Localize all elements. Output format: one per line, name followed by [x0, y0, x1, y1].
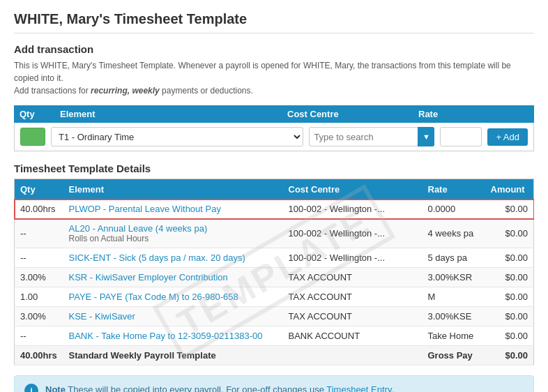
element-link[interactable]: AL20 - Annual Leave (4 weeks pa) — [69, 223, 208, 234]
add-transaction-header-bar: Qty Element Cost Centre Rate — [14, 105, 534, 123]
cell-rate: 3.00%KSE — [423, 307, 485, 326]
cell-cost-centre: 100-002 - Wellington -... — [283, 219, 423, 248]
note-text-content: Note These will be copied into every pay… — [45, 383, 394, 392]
summary-row: 40.00hrsStandard Weekly Payroll Template… — [15, 346, 534, 365]
cell-amount: $0.00 — [485, 199, 534, 219]
note-end: . — [391, 384, 394, 392]
th-amount: Amount — [485, 179, 534, 200]
note-label: Note — [45, 384, 66, 392]
cell-cost-centre: TAX ACCOUNT — [283, 307, 423, 326]
th-element: Element — [63, 179, 283, 200]
element-link[interactable]: KSE - KiwiSaver — [69, 311, 135, 322]
cell-qty: 3.00% — [15, 268, 63, 287]
header-cost-centre: Cost Centre — [287, 109, 413, 119]
cell-rate: M — [423, 287, 485, 307]
details-table: Qty Element Cost Centre Rate Amount 40.0… — [14, 179, 534, 365]
cell-rate: 5 days pa — [423, 248, 485, 268]
table-row[interactable]: 40.00hrsPLWOP - Parental Leave Without P… — [15, 199, 534, 219]
add-transaction-input-row: T1 - Ordinary Time ▼ + Add — [14, 123, 534, 151]
element-link[interactable]: PLWOP - Parental Leave Without Pay — [69, 204, 221, 214]
cell-cost-centre: TAX ACCOUNT — [283, 268, 423, 287]
summary-rate-label: Gross Pay — [423, 346, 485, 365]
cell-qty: 40.00hrs — [15, 199, 63, 219]
cell-rate: 4 weeks pa — [423, 219, 485, 248]
table-row[interactable]: 3.00%KSR - KiwiSaver Employer Contributi… — [15, 268, 534, 287]
cell-amount: $0.00 — [485, 268, 534, 287]
table-header-row: Qty Element Cost Centre Rate Amount — [15, 179, 534, 200]
table-row[interactable]: --BANK - Take Home Pay to 12-3059-021138… — [15, 326, 534, 346]
cell-qty: 3.00% — [15, 307, 63, 326]
table-row[interactable]: --AL20 - Annual Leave (4 weeks pa)Rolls … — [15, 219, 534, 248]
cell-qty: -- — [15, 326, 63, 346]
th-cost-centre: Cost Centre — [283, 179, 423, 200]
details-section: Timesheet Template Details TEMPLATE Qty … — [14, 163, 534, 365]
cell-qty: -- — [15, 248, 63, 268]
page-wrapper: WHITE, Mary's Timesheet Template Add tra… — [0, 0, 548, 392]
add-button[interactable]: + Add — [487, 128, 528, 146]
cell-cost-centre: BANK ACCOUNT — [283, 326, 423, 346]
table-row[interactable]: 3.00%KSE - KiwiSaverTAX ACCOUNT3.00%KSE$… — [15, 307, 534, 326]
cell-rate: 0.0000 — [423, 199, 485, 219]
cell-cost-centre: TAX ACCOUNT — [283, 287, 423, 307]
header-rate: Rate — [418, 109, 474, 119]
info-icon: i — [24, 384, 38, 392]
cell-amount: $0.00 — [485, 287, 534, 307]
summary-label: Standard Weekly Payroll Template — [63, 346, 283, 365]
th-rate: Rate — [423, 179, 485, 200]
details-title: Timesheet Template Details — [14, 163, 534, 174]
header-element: Element — [60, 109, 282, 119]
details-table-wrapper: TEMPLATE Qty Element Cost Centre Rate Am… — [14, 179, 534, 365]
cell-element: KSR - KiwiSaver Employer Contribution — [63, 268, 283, 287]
info-note: i Note These will be copied into every p… — [14, 375, 534, 392]
cell-qty: -- — [15, 219, 63, 248]
cell-element: PAYE - PAYE (Tax Code M) to 26-980-658 — [63, 287, 283, 307]
page-title: WHITE, Mary's Timesheet Template — [14, 11, 534, 33]
add-transaction-section: Add transaction This is WHITE, Mary's Ti… — [14, 43, 534, 151]
summary-amount: $0.00 — [485, 346, 534, 365]
cell-rate: Take Home — [423, 326, 485, 346]
cell-cost-centre: 100-002 - Wellington -... — [283, 248, 423, 268]
cell-element: AL20 - Annual Leave (4 weeks pa)Rolls on… — [63, 219, 283, 248]
add-transaction-description: This is WHITE, Mary's Timesheet Template… — [14, 59, 534, 97]
cost-centre-dropdown-arrow[interactable]: ▼ — [418, 127, 434, 146]
cell-amount: $0.00 — [485, 248, 534, 268]
summary-cost — [283, 346, 423, 365]
cell-rate: 3.00%KSR — [423, 268, 485, 287]
cell-element: PLWOP - Parental Leave Without Pay — [63, 199, 283, 219]
element-link[interactable]: PAYE - PAYE (Tax Code M) to 26-980-658 — [69, 292, 238, 302]
element-select[interactable]: T1 - Ordinary Time — [51, 127, 303, 146]
th-qty: Qty — [15, 179, 63, 200]
cell-qty: 1.00 — [15, 287, 63, 307]
cell-amount: $0.00 — [485, 326, 534, 346]
element-link[interactable]: KSR - KiwiSaver Employer Contribution — [69, 272, 228, 282]
cell-element: SICK-ENT - Sick (5 days pa / max. 20 day… — [63, 248, 283, 268]
element-sub-label: Rolls on Actual Hours — [69, 234, 277, 243]
timesheet-entry-link[interactable]: Timesheet Entry — [326, 384, 391, 392]
add-transaction-title: Add transaction — [14, 43, 534, 55]
cost-centre-input[interactable] — [309, 127, 434, 146]
element-link[interactable]: BANK - Take Home Pay to 12-3059-0211383-… — [69, 331, 263, 341]
header-qty: Qty — [20, 109, 54, 119]
cell-amount: $0.00 — [485, 219, 534, 248]
table-row[interactable]: 1.00PAYE - PAYE (Tax Code M) to 26-980-6… — [15, 287, 534, 307]
qty-green-indicator — [20, 128, 45, 146]
summary-qty: 40.00hrs — [15, 346, 63, 365]
table-row[interactable]: --SICK-ENT - Sick (5 days pa / max. 20 d… — [15, 248, 534, 268]
rate-input[interactable] — [440, 127, 482, 146]
note-body: These will be copied into every payroll.… — [68, 384, 324, 392]
cost-centre-wrapper: ▼ — [309, 127, 434, 146]
cell-amount: $0.00 — [485, 307, 534, 326]
cell-element: BANK - Take Home Pay to 12-3059-0211383-… — [63, 326, 283, 346]
cell-cost-centre: 100-002 - Wellington -... — [283, 199, 423, 219]
element-link[interactable]: SICK-ENT - Sick (5 days pa / max. 20 day… — [69, 252, 245, 263]
cell-element: KSE - KiwiSaver — [63, 307, 283, 326]
